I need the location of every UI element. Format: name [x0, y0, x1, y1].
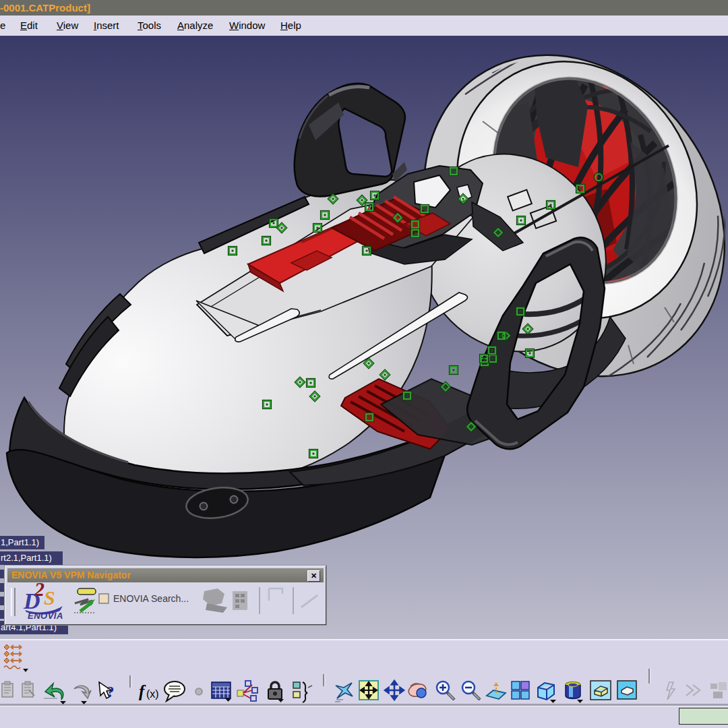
- svg-text:ENOVIA: ENOVIA: [28, 611, 63, 621]
- svg-text:f: f: [139, 682, 146, 700]
- svg-text:(x): (x): [146, 688, 159, 700]
- svg-text:D: D: [23, 588, 40, 613]
- svg-text:S: S: [44, 586, 55, 609]
- svg-text:ENOVIA Search...: ENOVIA Search...: [113, 593, 189, 604]
- svg-text:?: ?: [107, 684, 115, 700]
